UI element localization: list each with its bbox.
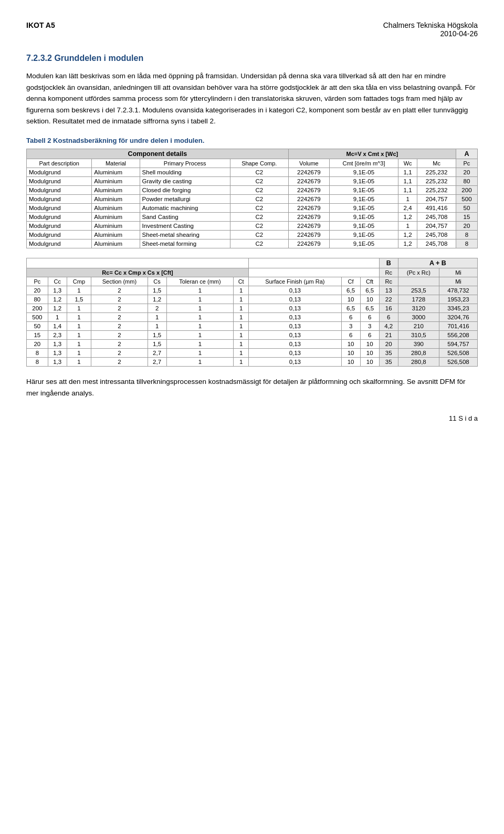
table-cell: 35 <box>379 357 398 366</box>
table-cell: 20 <box>379 339 398 348</box>
table-cell: 1 <box>148 321 166 330</box>
table-cell: Modulgrund <box>27 212 92 221</box>
table-row: ModulgrundAluminiumPowder metallurgiC222… <box>27 194 478 203</box>
table-cell: 0,13 <box>249 321 341 330</box>
table-cell: 1,3 <box>48 357 67 366</box>
table-cell: C2 <box>230 203 288 212</box>
table-row: 81,3122,7110,13101035280,8526,508 <box>27 348 478 357</box>
table-cell: 526,508 <box>439 357 477 366</box>
footer-paragraph: Härur ses att den mest intressanta tillv… <box>26 376 478 399</box>
table-cell: 2242679 <box>288 185 329 194</box>
table-cell: Modulgrund <box>27 185 92 194</box>
table-cell: 9,1E-05 <box>330 230 398 239</box>
table-cell: 1 <box>234 295 249 304</box>
table-row: ModulgrundAluminiumSheet-metal shearingC… <box>27 230 478 239</box>
table-cell: 1728 <box>398 295 439 304</box>
table-cell: 280,8 <box>398 348 439 357</box>
table-cell: 3204,76 <box>439 312 477 321</box>
table-row: ModulgrundAluminiumGravity die castingC2… <box>27 176 478 185</box>
table-cell: 1 <box>234 330 249 339</box>
table-cell: 3000 <box>398 312 439 321</box>
table-cell: 35 <box>379 348 398 357</box>
table-cell: 245,708 <box>417 230 456 239</box>
table-cell: 1,5 <box>67 295 91 304</box>
table-cell: 10 <box>360 339 379 348</box>
table-cell: 225,232 <box>417 176 456 185</box>
table-cell: 3120 <box>398 304 439 312</box>
table-cell: 1,4 <box>48 321 67 330</box>
table-cell: 0,13 <box>249 348 341 357</box>
table-cell: 50 <box>27 321 48 330</box>
table-cell: 8 <box>456 239 477 248</box>
table-cell: 1 <box>234 321 249 330</box>
table-row: 801,21,521,2110,1310102217281953,23 <box>27 295 478 304</box>
table-cell: 10 <box>360 357 379 366</box>
section-ab-header: A + B <box>398 258 477 268</box>
table-cell: 50 <box>456 203 477 212</box>
table-cell: Aluminium <box>92 221 140 230</box>
table-cell: Modulgrund <box>27 239 92 248</box>
table-cell: 2 <box>91 348 148 357</box>
table-cell: 0,13 <box>249 304 341 312</box>
col-mi: Mi <box>439 268 477 277</box>
table-cell: 0,13 <box>249 339 341 348</box>
table-cell: 1 <box>67 339 91 348</box>
table-cell: 1 <box>67 321 91 330</box>
table-cell: 10 <box>341 357 360 366</box>
col-cmp: Cmp <box>67 277 91 286</box>
table-cell: Automatic machining <box>140 203 230 212</box>
table-cell: 1 <box>166 339 234 348</box>
col-ct: Ct <box>234 277 249 286</box>
table-cell: 701,416 <box>439 321 477 330</box>
table-cell: 225,232 <box>417 168 456 176</box>
table-cell: 310,5 <box>398 330 439 339</box>
table-cell: Aluminium <box>92 230 140 239</box>
table-cell: 1,2 <box>398 230 417 239</box>
table-row: ModulgrundAluminiumShell mouldingC222426… <box>27 168 478 176</box>
col-mi2: Mi <box>439 277 477 286</box>
table-cell: 10 <box>360 348 379 357</box>
table-cell: Gravity die casting <box>140 176 230 185</box>
table-cell: Modulgrund <box>27 203 92 212</box>
col-pcxrc2 <box>398 277 439 286</box>
col-section: Section (mm) <box>91 277 148 286</box>
table-cell: 20 <box>456 168 477 176</box>
table-cell: 6,5 <box>341 304 360 312</box>
table-cell: 3 <box>341 321 360 330</box>
table-cell: 1 <box>234 357 249 366</box>
table-cell: 1,3 <box>48 348 67 357</box>
table-cell: 20 <box>27 339 48 348</box>
table-cell: 20 <box>456 221 477 230</box>
table-row: ModulgrundAluminiumClosed die forgingC22… <box>27 185 478 194</box>
table-cell: 1 <box>67 348 91 357</box>
page-number-label: 11 <box>449 414 456 422</box>
col-surface-finish: Surface Finish (µm Ra) <box>249 277 341 286</box>
table-cell: 0,13 <box>249 330 341 339</box>
col-volume: Volume <box>288 159 329 168</box>
section-heading: 7.2.3.2 Grunddelen i modulen <box>26 54 478 63</box>
table-cell: 2242679 <box>288 239 329 248</box>
table-cell: 2,7 <box>148 357 166 366</box>
table-cell: C2 <box>230 221 288 230</box>
table-cell: Modulgrund <box>27 176 92 185</box>
table-cell: 1,5 <box>148 286 166 295</box>
table-cell: 1 <box>166 304 234 312</box>
table-cell: 210 <box>398 321 439 330</box>
table-caption: Tabell 2 Kostnadsberäkning för undre del… <box>26 137 478 144</box>
table-cell: 1 <box>166 348 234 357</box>
table-cell: 3345,23 <box>439 304 477 312</box>
table-cell: 1,1 <box>398 168 417 176</box>
table-cell: 2 <box>91 312 148 321</box>
table-cell: 1 <box>67 286 91 295</box>
table-cell: 6 <box>379 312 398 321</box>
table-cell: C2 <box>230 239 288 248</box>
table-row: 201,3121,5110,136,56,513253,5478,732 <box>27 286 478 295</box>
table-cell: 1 <box>67 357 91 366</box>
table-cell: 245,708 <box>417 239 456 248</box>
table-cell: 1,3 <box>48 286 67 295</box>
table-cell: 1 <box>234 312 249 321</box>
table-cell: C2 <box>230 194 288 203</box>
table-row: 81,3122,7110,13101035280,8526,508 <box>27 357 478 366</box>
table-cell: Sand Casting <box>140 212 230 221</box>
table-cell: 6,5 <box>341 286 360 295</box>
